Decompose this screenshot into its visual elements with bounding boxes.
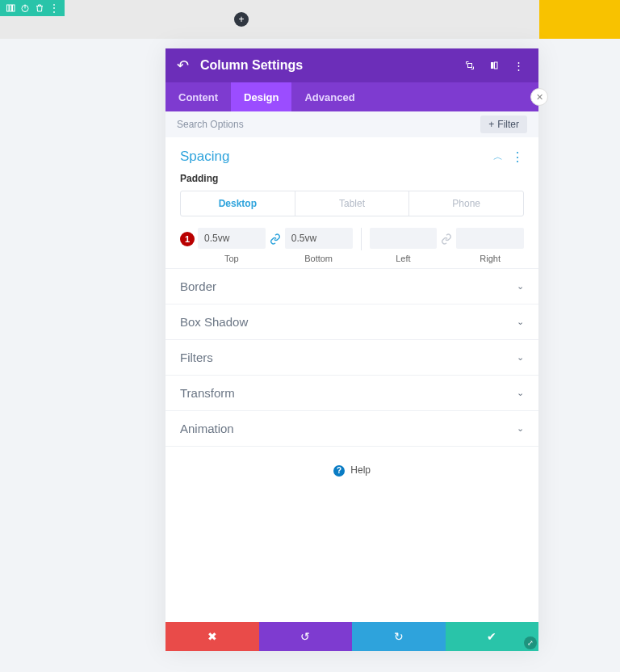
device-phone[interactable]: Phone — [409, 191, 523, 216]
trash-icon[interactable] — [32, 1, 47, 15]
undo-button[interactable]: ↺ — [259, 622, 353, 651]
link-icon-muted[interactable] — [437, 228, 456, 250]
divider — [361, 228, 362, 250]
section-title[interactable]: Spacing — [180, 149, 493, 165]
device-tabs: Desktop Tablet Phone — [180, 191, 524, 216]
svg-rect-5 — [468, 64, 472, 68]
padding-left-input[interactable] — [370, 228, 438, 249]
chevron-down-icon: ⌄ — [517, 423, 524, 434]
tab-content[interactable]: Content — [165, 82, 231, 111]
redo-button[interactable]: ↻ — [352, 622, 446, 651]
chevron-up-icon[interactable]: ︿ — [493, 150, 503, 164]
filter-label: Filter — [497, 119, 519, 130]
expand-icon[interactable] — [461, 57, 479, 74]
cancel-button[interactable]: ✖ — [165, 622, 259, 651]
save-button[interactable]: ✔ ⤢ — [446, 622, 539, 651]
close-icon[interactable]: ✕ — [530, 88, 548, 106]
accordion-filters[interactable]: Filters⌄ — [165, 340, 538, 376]
header-more-icon[interactable]: ⋮ — [509, 57, 527, 74]
columns-icon[interactable] — [3, 1, 18, 15]
add-section-button[interactable]: + — [234, 12, 249, 27]
tab-advanced[interactable]: Advanced — [291, 82, 367, 111]
device-tablet[interactable]: Tablet — [295, 191, 410, 216]
more-icon[interactable]: ⋮ — [47, 1, 61, 15]
svg-rect-1 — [10, 5, 12, 11]
padding-bottom-input[interactable] — [285, 228, 353, 249]
mini-toolbar: ⋮ — [0, 0, 65, 16]
modal-footer: ✖ ↺ ↻ ✔ ⤢ — [165, 622, 538, 651]
padding-right-input[interactable] — [456, 228, 524, 249]
yellow-block — [539, 0, 620, 39]
link-icon[interactable] — [266, 228, 285, 250]
padding-top-label: Top — [224, 254, 239, 263]
step-badge: 1 — [180, 232, 195, 246]
column-settings-modal: ↶ Column Settings ⋮ Content Design Advan… — [165, 48, 538, 651]
power-icon[interactable] — [18, 1, 32, 15]
device-desktop[interactable]: Desktop — [181, 191, 295, 216]
section-more-icon[interactable]: ⋮ — [511, 149, 524, 165]
help-row[interactable]: ? Help — [165, 447, 538, 622]
accordion-transform[interactable]: Transform⌄ — [165, 376, 538, 411]
filter-button[interactable]: + Filter — [480, 116, 527, 133]
chevron-down-icon: ⌄ — [517, 281, 524, 292]
expand-corner-icon[interactable]: ⤢ — [524, 636, 537, 649]
help-icon: ? — [333, 465, 345, 477]
search-placeholder[interactable]: Search Options — [177, 119, 244, 130]
chevron-down-icon: ⌄ — [517, 352, 524, 363]
page-topbar: ⋮ + — [0, 0, 620, 39]
panel-icon[interactable] — [485, 57, 503, 74]
padding-label: Padding — [180, 173, 524, 184]
spacing-section: Spacing ︿ ⋮ Padding Desktop Tablet Phone… — [165, 137, 538, 268]
accordion: Border⌄ Box Shadow⌄ Filters⌄ Transform⌄ … — [165, 268, 538, 447]
plus-icon: + — [488, 119, 494, 130]
svg-rect-7 — [495, 62, 498, 69]
search-row: Search Options + Filter — [165, 111, 538, 137]
padding-bottom-label: Bottom — [304, 254, 333, 263]
modal-header: ↶ Column Settings ⋮ — [165, 48, 538, 82]
accordion-animation[interactable]: Animation⌄ — [165, 411, 538, 447]
accordion-border[interactable]: Border⌄ — [165, 269, 538, 304]
chevron-down-icon: ⌄ — [517, 388, 524, 398]
padding-top-input[interactable] — [198, 228, 266, 249]
help-label: Help — [350, 464, 371, 476]
padding-inputs: 1 Top Bottom Left Right — [180, 228, 524, 263]
svg-rect-6 — [491, 62, 494, 69]
accordion-box-shadow[interactable]: Box Shadow⌄ — [165, 304, 538, 340]
back-arrow-icon[interactable]: ↶ — [177, 57, 189, 74]
padding-right-label: Right — [480, 254, 501, 263]
chevron-down-icon: ⌄ — [517, 317, 524, 327]
svg-rect-2 — [13, 5, 15, 11]
modal-title: Column Settings — [200, 58, 455, 73]
padding-left-label: Left — [396, 254, 410, 263]
svg-rect-0 — [7, 5, 10, 11]
modal-tabs: Content Design Advanced ✕ — [165, 82, 538, 111]
tab-design[interactable]: Design — [231, 82, 291, 111]
